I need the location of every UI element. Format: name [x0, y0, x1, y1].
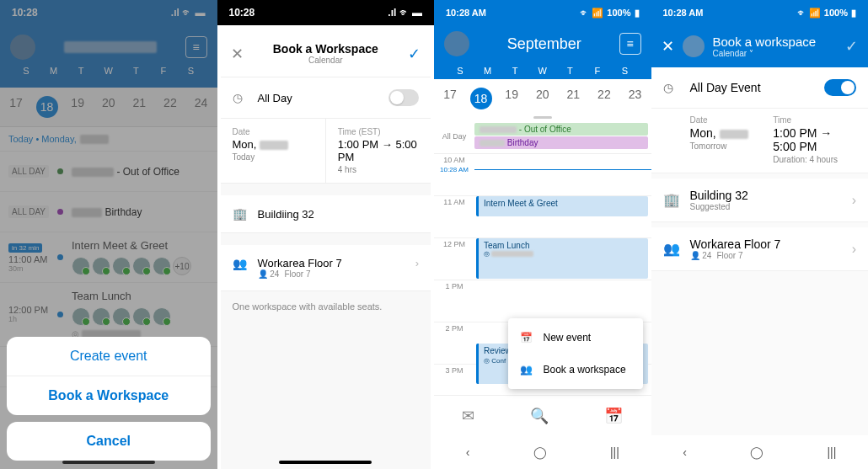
now-indicator: 10:28 AM [434, 166, 651, 173]
modal-subtitle: Calendar [248, 56, 405, 65]
allday-tag: ALL DAY [8, 165, 49, 178]
new-event-button[interactable]: 📅New event [508, 322, 643, 354]
book-workspace-button[interactable]: Book a Workspace [7, 376, 211, 415]
phone-ios-book-workspace: 10:28 .ıl ᯤ ▬ ✕ Book a Workspace Calenda… [217, 0, 435, 469]
page-title: Book a workspace [713, 35, 838, 49]
all-day-row[interactable]: ◷ All Day Event [651, 67, 869, 109]
cancel-button[interactable]: Cancel [7, 422, 211, 461]
page-header: ✕ Book a workspace Calendar ˅ ✓ [651, 25, 869, 67]
people-icon: 👥 [520, 364, 533, 376]
event-row[interactable]: in 32 min 11:00 AM30m Intern Meet & Gree… [0, 232, 217, 283]
calendar-plus-icon: 📅 [520, 332, 533, 344]
category-dot [57, 209, 63, 215]
category-dot [57, 312, 63, 317]
category-dot [57, 254, 63, 260]
fab-popup-menu: 📅New event 👥Book a workspace [508, 318, 643, 389]
allday-event[interactable]: Birthday [474, 136, 648, 149]
date-row[interactable]: 17181920212223 [434, 79, 651, 113]
building-icon: 🏢 [233, 207, 248, 221]
close-icon[interactable]: ✕ [231, 45, 248, 63]
all-day-row[interactable]: ◷ All Day [221, 77, 431, 119]
android-nav-bar: ‹ ◯ ||| [651, 435, 869, 469]
action-sheet: Create event Book a Workspace Cancel [7, 337, 211, 461]
status-bar: 10:28 AM ᯤ 📶 100% ▮ [651, 0, 869, 25]
availability-note: One workspace with available seats. [221, 291, 431, 322]
close-icon[interactable]: ✕ [662, 37, 674, 56]
countdown-badge: in 32 min [8, 243, 42, 253]
status-icons: ᯤ 📶 100% ▮ [797, 8, 856, 19]
home-button[interactable]: ◯ [750, 445, 764, 459]
building-row[interactable]: 🏢 Buildiing 32 [221, 195, 431, 233]
clock-icon: ◷ [663, 81, 678, 94]
book-workspace-button[interactable]: 👥Book a workspace [508, 354, 643, 386]
agenda-view-icon[interactable]: ≡ [619, 33, 641, 55]
status-icons: .ıl ᯤ ▬ [171, 7, 206, 19]
avatar[interactable] [10, 35, 35, 60]
date-row[interactable]: 17181920212224 [0, 88, 217, 127]
back-button[interactable]: ‹ [683, 445, 687, 459]
attendee-avatars [72, 307, 209, 326]
timeline-event[interactable]: Team Lunch◎ [476, 238, 648, 279]
home-button[interactable]: ◯ [533, 445, 547, 459]
calendar-picker[interactable]: Calendar ˅ [713, 49, 838, 58]
mail-tab-icon[interactable]: ✉ [462, 407, 474, 425]
home-indicator [62, 461, 155, 464]
clock-icon: ◷ [233, 91, 248, 104]
bottom-tabs: ✉ 🔍 📅 [434, 395, 651, 435]
status-bar: 10:28 AM ᯤ 📶 100% ▮ [434, 0, 651, 25]
datetime-row[interactable]: Date Mon, Tomorrow Time 1:00 PM → 5:00 P… [651, 109, 869, 173]
search-tab-icon[interactable]: 🔍 [530, 407, 549, 425]
confirm-icon[interactable]: ✓ [845, 37, 858, 56]
timeline-event[interactable]: Intern Meet & Greet [476, 196, 648, 216]
all-day-section: All Day - Out of Office Birthday [434, 119, 651, 154]
status-icons: .ıl ᯤ ▬ [388, 7, 422, 19]
agenda-view-icon[interactable]: ≡ [185, 36, 207, 58]
phone-android-calendar-popup: 10:28 AM ᯤ 📶 100% ▮ September ≡ SMTWTFS … [434, 0, 651, 469]
header-title-redacted [64, 41, 157, 53]
datetime-row[interactable]: Date Mon, Today Time (EST) 1:00 PM → 5:0… [221, 119, 431, 184]
create-event-button[interactable]: Create event [7, 337, 211, 376]
avatar [683, 35, 705, 57]
android-nav-bar: ‹ ◯ ||| [434, 435, 651, 469]
today-header: Today • Monday, [0, 127, 217, 152]
modal-header: ✕ Book a Workspace Calendar ✓ [221, 30, 431, 77]
allday-event[interactable]: - Out of Office [474, 123, 648, 136]
workarea-row[interactable]: 👥 Workarea Floor 7 👤 24 Floor 7 › [651, 227, 869, 271]
allday-tag: ALL DAY [8, 205, 49, 218]
month-title[interactable]: September [507, 35, 581, 53]
building-row[interactable]: 🏢 Building 32 Suggested › [651, 179, 869, 222]
back-button[interactable]: ‹ [466, 445, 470, 459]
recents-button[interactable]: ||| [610, 445, 619, 459]
workarea-row[interactable]: 👥 Workarea Floor 7 👤 24 Floor 7 › [221, 245, 431, 291]
event-row-allday[interactable]: ALL DAY - Out of Office [0, 152, 217, 192]
people-icon: 👥 [233, 257, 248, 270]
phone-ios-calendar-sheet: 10:28 .ıl ᯤ ▬ ≡ SMTWTFS 17181920212224 T… [0, 0, 217, 469]
all-day-toggle[interactable] [388, 89, 419, 106]
day-header-row: SMTWTFS [10, 62, 207, 81]
home-indicator [279, 461, 372, 464]
status-bar: 10:28 .ıl ᯤ ▬ [217, 0, 435, 25]
calendar-tab-icon[interactable]: 📅 [604, 407, 623, 425]
event-row-allday[interactable]: ALL DAY Birthday [0, 192, 217, 232]
status-icons: ᯤ 📶 100% ▮ [580, 8, 639, 19]
status-bar: 10:28 .ıl ᯤ ▬ [0, 0, 217, 25]
attendee-avatars: +10 [72, 257, 209, 275]
avatar[interactable] [444, 31, 469, 56]
confirm-icon[interactable]: ✓ [404, 45, 421, 63]
chevron-right-icon: › [852, 193, 856, 208]
all-day-toggle[interactable] [824, 79, 856, 96]
people-icon: 👥 [663, 241, 678, 257]
building-icon: 🏢 [663, 192, 678, 208]
chevron-right-icon: › [415, 257, 419, 269]
day-header-row: SMTWTFS [444, 62, 641, 79]
modal-title: Book a Workspace [248, 42, 405, 56]
chevron-right-icon: › [852, 242, 856, 257]
phone-android-book-workspace: 10:28 AM ᯤ 📶 100% ▮ ✕ Book a workspace C… [651, 0, 869, 469]
recents-button[interactable]: ||| [827, 445, 836, 459]
category-dot [57, 168, 63, 174]
